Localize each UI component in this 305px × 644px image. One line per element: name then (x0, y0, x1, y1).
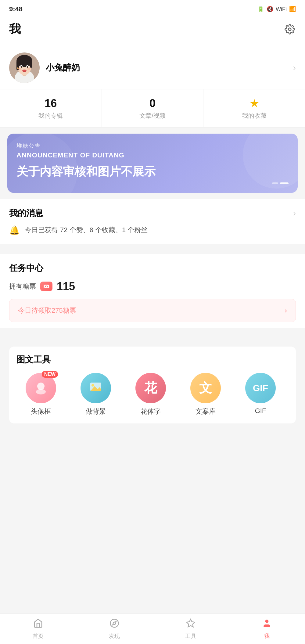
stat-albums-number: 16 (45, 97, 57, 110)
claim-banner[interactable]: 今日待领取275糖票 › (9, 299, 296, 322)
nav-me-icon (262, 618, 272, 631)
bell-icon: 🔔 (9, 225, 20, 235)
battery-icon: 🔋 (257, 6, 264, 13)
divider-2 (0, 328, 305, 333)
signal-icon: 📶 (289, 6, 296, 13)
task-title: 任务中心 (9, 262, 296, 274)
new-badge: NEW (42, 371, 58, 378)
svg-point-19 (37, 383, 45, 390)
tool-gif[interactable]: GIF GIF (236, 373, 285, 416)
wifi-icon: WiFi (276, 6, 287, 13)
stat-albums[interactable]: 16 我的专辑 (0, 89, 102, 127)
banner-subtitle-small: 堆糖公告 (16, 142, 289, 149)
stats-row: 16 我的专辑 0 文章/视频 ★ 我的收藏 (0, 89, 305, 128)
notification-text: 今日已获得 72 个赞、8 个收藏、1 个粉丝 (25, 225, 148, 235)
tool-gif-icon-wrap: GIF (245, 373, 276, 403)
messages-title: 我的消息 (9, 207, 43, 219)
settings-button[interactable] (284, 23, 296, 35)
svg-point-9 (17, 56, 32, 63)
tools-title: 图文工具 (16, 354, 289, 365)
nav-discover[interactable]: 发现 (76, 615, 152, 643)
candy-icon: 🎟 (40, 282, 52, 291)
profile-section[interactable]: 小兔醉奶 › (0, 43, 305, 89)
avatar (9, 52, 40, 83)
tool-fancy-font-icon-wrap: 花 (135, 373, 166, 403)
announcement-banner[interactable]: 堆糖公告 ANNOUNCEMENT OF DUITANG 关于内容审核和图片不展… (7, 134, 298, 192)
claim-text: 今日待领取275糖票 (18, 306, 76, 315)
profile-name: 小兔醉奶 (46, 62, 287, 74)
status-icons: 🔋 🔇 WiFi 📶 (257, 6, 296, 13)
nav-tools[interactable]: 工具 (152, 615, 229, 643)
nav-discover-icon (109, 618, 119, 631)
tool-avatar-frame-icon-wrap: NEW (26, 373, 56, 403)
candy-count: 115 (57, 280, 75, 293)
tools-grid: NEW 头像框 做背景 花 花体 (16, 373, 289, 416)
tool-avatar-frame[interactable]: NEW 头像框 (16, 373, 65, 416)
stat-articles-label: 文章/视频 (139, 112, 166, 120)
svg-point-23 (92, 384, 94, 387)
tool-copywriting-icon: 文 (199, 380, 212, 397)
notification-row: 🔔 今日已获得 72 个赞、8 个收藏、1 个粉丝 (9, 225, 296, 244)
messages-chevron-icon[interactable]: › (293, 208, 296, 218)
nav-home-label: 首页 (33, 632, 44, 640)
tool-avatar-frame-label: 头像框 (31, 407, 51, 416)
tool-fancy-font-label: 花体字 (141, 407, 161, 416)
svg-point-0 (289, 28, 291, 31)
svg-point-20 (36, 389, 46, 394)
bottom-spacer (0, 430, 305, 491)
svg-point-17 (18, 68, 22, 70)
tools-bg: 图文工具 NEW 头像框 (9, 347, 296, 423)
svg-rect-8 (30, 61, 32, 68)
nav-home[interactable]: 首页 (0, 615, 76, 643)
stat-articles-number: 0 (149, 97, 156, 110)
nav-home-icon (33, 618, 43, 631)
status-bar: 9:48 🔋 🔇 WiFi 📶 (0, 0, 305, 18)
svg-point-12 (21, 66, 22, 68)
tool-copywriting-label: 文案库 (196, 407, 216, 416)
nav-me[interactable]: 我 (229, 615, 305, 643)
bottom-nav: 首页 发现 工具 我 (0, 613, 305, 644)
messages-header: 我的消息 › (9, 199, 296, 225)
banner-dot-2 (280, 182, 289, 184)
tool-background-label: 做背景 (86, 407, 106, 416)
svg-point-13 (27, 66, 28, 68)
nav-me-label: 我 (264, 632, 270, 640)
stat-favorites-label: 我的收藏 (242, 112, 267, 120)
star-icon: ★ (249, 97, 259, 110)
header: 我 (0, 18, 305, 43)
messages-section: 我的消息 › 🔔 今日已获得 72 个赞、8 个收藏、1 个粉丝 (0, 199, 305, 244)
tool-background-icon-wrap (81, 373, 111, 403)
tool-fancy-font[interactable]: 花 花体字 (126, 373, 175, 416)
svg-point-18 (27, 68, 31, 70)
candy-label: 拥有糖票 (9, 282, 36, 291)
mute-icon: 🔇 (267, 6, 273, 13)
tool-copywriting[interactable]: 文 文案库 (181, 373, 230, 416)
banner-main-text: 关于内容审核和图片不展示 (16, 164, 289, 179)
svg-point-24 (110, 619, 119, 627)
svg-point-15 (23, 70, 26, 71)
tool-gif-icon: GIF (253, 383, 268, 393)
status-time: 9:48 (9, 5, 23, 13)
tool-copywriting-icon-wrap: 文 (190, 373, 221, 403)
nav-tools-icon (186, 618, 196, 631)
svg-marker-25 (113, 621, 116, 625)
stat-articles[interactable]: 0 文章/视频 (102, 89, 204, 127)
svg-point-26 (265, 620, 269, 623)
tool-gif-label: GIF (255, 407, 266, 415)
claim-arrow-icon: › (285, 306, 287, 315)
tool-fancy-font-icon: 花 (144, 380, 157, 397)
page-title: 我 (9, 21, 21, 37)
banner-subtitle-eng: ANNOUNCEMENT OF DUITANG (16, 151, 289, 159)
tool-background[interactable]: 做背景 (71, 373, 120, 416)
nav-discover-label: 发现 (109, 632, 120, 640)
candy-row: 拥有糖票 🎟 115 (9, 280, 296, 293)
task-section: 任务中心 拥有糖票 🎟 115 今日待领取275糖票 › (0, 254, 305, 328)
nav-tools-label: 工具 (185, 632, 196, 640)
banner-dot-1 (272, 182, 278, 184)
profile-chevron-icon: › (293, 63, 296, 73)
stat-favorites[interactable]: ★ 我的收藏 (203, 89, 305, 127)
banner-pagination (16, 182, 289, 184)
divider-1 (0, 244, 305, 249)
tools-section: 图文工具 NEW 头像框 (0, 338, 305, 430)
stat-albums-label: 我的专辑 (38, 112, 63, 120)
